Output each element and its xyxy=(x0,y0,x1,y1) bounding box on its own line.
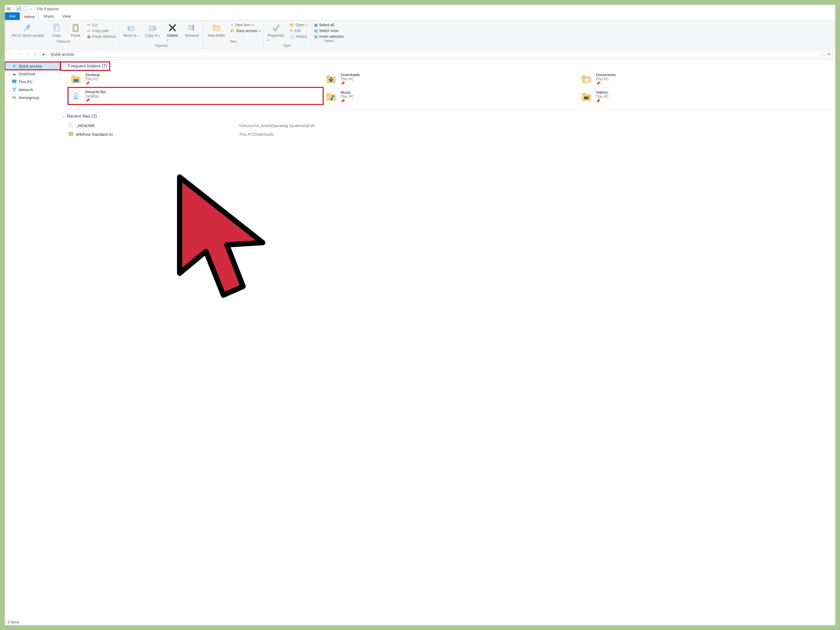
invert-label: Invert selection xyxy=(319,35,344,39)
recent-locations-dropdown[interactable]: ▾ xyxy=(27,52,30,56)
folder-item-downloads[interactable]: Downloads This PC 📌 xyxy=(323,70,578,87)
breadcrumb-root[interactable]: Quick access xyxy=(51,52,74,57)
folder-location: This PC xyxy=(596,95,609,99)
folder-name: Recycle Bin xyxy=(85,90,106,94)
scissors-icon: ✂ xyxy=(87,23,90,27)
tab-view[interactable]: View xyxy=(58,12,75,20)
svg-rect-34 xyxy=(327,93,330,95)
history-button[interactable]: 🕘 History xyxy=(290,35,308,39)
separator: | xyxy=(13,6,14,11)
select-none-icon: ▤ xyxy=(314,28,317,33)
tab-share[interactable]: Share xyxy=(39,12,58,20)
forward-button[interactable]: → xyxy=(17,51,24,57)
folder-name: Music xyxy=(341,90,354,95)
address-dropdown[interactable]: ⌄ xyxy=(819,53,821,56)
address-bar[interactable]: ★ › Quick access ⌄ xyxy=(40,51,823,58)
svg-rect-26 xyxy=(74,79,79,82)
section-frequent-folders[interactable]: ⌄ Frequent folders (7) xyxy=(61,62,110,70)
folder-item-documents[interactable]: Documents This PC 📌 xyxy=(579,70,834,87)
chevron-down-icon: ▾ xyxy=(306,24,308,27)
svg-rect-15 xyxy=(213,25,216,27)
pin-to-quick-access-button[interactable]: Pin to Quick access xyxy=(11,23,45,39)
chevron-down-icon: ▾ xyxy=(167,39,169,41)
section-recent-files[interactable]: ⌄ Recent files (2) xyxy=(61,113,834,121)
rename-icon xyxy=(188,24,197,32)
group-clipboard: Pin to Quick access Copy Paste ✂ xyxy=(8,22,119,49)
select-all-button[interactable]: ▦ Select all xyxy=(314,23,344,27)
new-folder-icon xyxy=(212,24,221,32)
copy-to-button[interactable]: Copy to ▾ xyxy=(144,23,161,39)
path-icon: ▭ xyxy=(87,28,90,33)
sidebar-item-onedrive[interactable]: › ☁ OneDrive xyxy=(5,70,60,78)
sidebar-item-homegroup[interactable]: › Homegroup xyxy=(5,93,60,101)
music-folder-icon xyxy=(325,90,337,103)
delete-button[interactable]: Delete▾ xyxy=(165,23,180,43)
svg-rect-11 xyxy=(149,26,155,31)
qat-dropdown[interactable]: ▾ xyxy=(30,7,32,10)
group-label-open: Open xyxy=(283,44,291,47)
documents-folder-icon xyxy=(580,73,593,85)
blank-icon[interactable] xyxy=(24,6,28,11)
tab-file[interactable]: File xyxy=(5,12,20,20)
folder-item-desktop[interactable]: Desktop This PC 📌 xyxy=(68,70,323,87)
invert-selection-button[interactable]: ▧ Invert selection xyxy=(314,35,344,39)
move-to-label: Move to xyxy=(123,33,136,38)
frequent-folders-grid: Desktop This PC 📌 Downloads This PC 📌 xyxy=(61,70,834,106)
rename-button[interactable]: Rename xyxy=(184,23,200,39)
onedrive-icon: ☁ xyxy=(12,71,17,76)
cursor-overlay xyxy=(171,172,276,309)
svg-rect-13 xyxy=(193,24,194,30)
explorer-icon xyxy=(6,6,11,11)
svg-rect-42 xyxy=(586,97,587,99)
paste-label: Paste xyxy=(71,33,81,38)
sidebar-item-this-pc[interactable]: › This PC xyxy=(5,78,60,85)
copy-button[interactable]: Copy xyxy=(49,23,64,39)
svg-point-35 xyxy=(330,98,333,100)
properties-button[interactable]: Properties▾ xyxy=(267,23,286,43)
new-folder-button[interactable]: New folder xyxy=(207,23,226,39)
tab-home[interactable]: Home xyxy=(20,13,39,20)
delete-x-icon xyxy=(168,24,177,32)
folder-location: This PC xyxy=(596,77,609,81)
copy-path-button[interactable]: ▭ Copy path xyxy=(87,28,116,33)
pinned-icon: 📌 xyxy=(341,81,360,85)
recycle-bin-icon xyxy=(69,90,82,103)
refresh-button[interactable]: ↻ xyxy=(826,51,833,58)
properties-label: Properties xyxy=(268,33,284,38)
sidebar-item-label: Homegroup xyxy=(19,95,39,100)
paste-button[interactable]: Paste xyxy=(68,23,83,39)
chevron-down-icon: ▾ xyxy=(159,35,160,37)
move-to-button[interactable]: Move to ▾ xyxy=(122,23,140,39)
open-button[interactable]: 📂 Open ▾ xyxy=(290,23,308,27)
copy-to-label: Copy to xyxy=(145,33,158,38)
folder-location: This PC xyxy=(341,77,354,81)
folder-name: Downloads xyxy=(341,73,360,77)
network-icon xyxy=(12,87,17,92)
new-item-button[interactable]: ✧ New item ▾ xyxy=(231,23,260,27)
section-title: Recent files (2) xyxy=(67,114,97,119)
new-item-label: New item xyxy=(235,23,250,27)
sidebar-item-label: OneDrive xyxy=(19,72,35,76)
folder-item-recycle-bin[interactable]: Recycle Bin Desktop 📌 xyxy=(68,87,323,104)
recent-file-row[interactable]: _README \\Vboxsvr\d_drive\Operating Syst… xyxy=(68,121,834,130)
svg-point-22 xyxy=(14,96,16,97)
folder-item-videos[interactable]: Videos This PC 📌 xyxy=(579,87,834,106)
sidebar-item-quick-access[interactable]: › ★ Quick access xyxy=(5,62,60,70)
star-icon: ★ xyxy=(12,63,17,68)
edit-button[interactable]: ✎ Edit xyxy=(290,28,308,33)
divider xyxy=(68,110,834,110)
checkbox-icon[interactable] xyxy=(17,6,21,11)
svg-rect-20 xyxy=(13,90,15,92)
status-bar: 9 items xyxy=(8,620,19,624)
chevron-down-icon: ▾ xyxy=(268,39,269,41)
folder-name: Desktop xyxy=(85,73,100,77)
folder-item-music[interactable]: Music This PC 📌 xyxy=(323,87,578,106)
paste-shortcut-button[interactable]: ▦ Paste shortcut xyxy=(87,35,116,39)
back-button[interactable]: ← xyxy=(8,51,14,57)
recent-file-row[interactable]: Wikihow Standard Gr This PC\Downloads xyxy=(68,130,834,138)
select-none-button[interactable]: ▤ Select none xyxy=(314,28,344,33)
easy-access-button[interactable]: 📂 Easy access ▾ xyxy=(231,28,260,33)
sidebar-item-network[interactable]: › Network xyxy=(5,85,60,93)
up-button[interactable]: ↑ xyxy=(33,51,37,57)
cut-button[interactable]: ✂ Cut xyxy=(87,23,116,27)
